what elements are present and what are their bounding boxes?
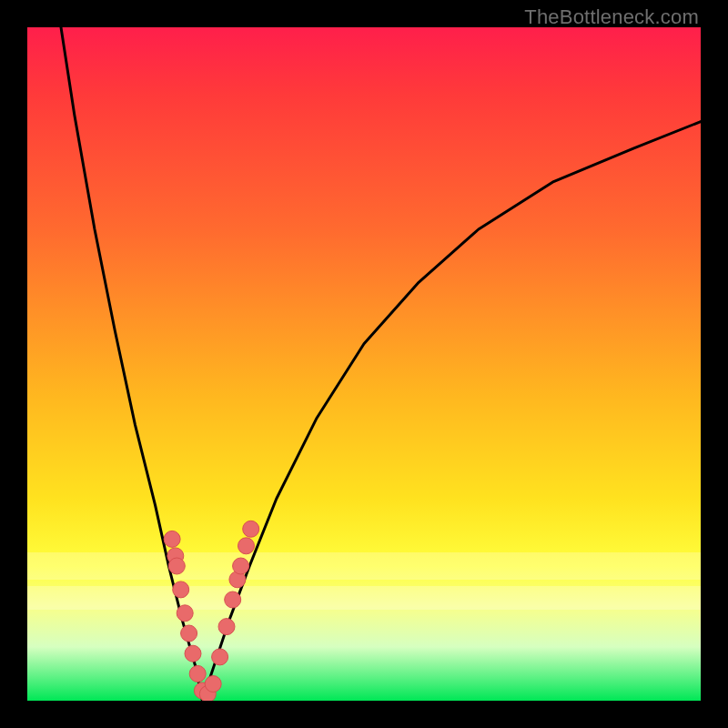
data-marker (238, 538, 255, 554)
curve-right-branch (202, 122, 701, 701)
data-marker (205, 676, 221, 693)
data-marker (173, 581, 189, 598)
data-marker (164, 531, 180, 547)
curve-group (61, 27, 701, 701)
data-marker (185, 645, 201, 662)
data-marker (181, 625, 197, 642)
data-marker (243, 521, 259, 537)
watermark-text: TheBottleneck.com (524, 5, 699, 29)
data-marker (189, 665, 206, 682)
curve-left-branch (61, 27, 202, 701)
plot-area (27, 27, 701, 701)
data-marker (168, 558, 185, 574)
data-marker (218, 619, 235, 635)
data-marker (225, 592, 241, 608)
data-marker (233, 558, 249, 574)
chart-frame: TheBottleneck.com (0, 0, 728, 728)
data-marker (212, 649, 228, 665)
data-marker (177, 605, 193, 622)
chart-svg (27, 27, 701, 701)
